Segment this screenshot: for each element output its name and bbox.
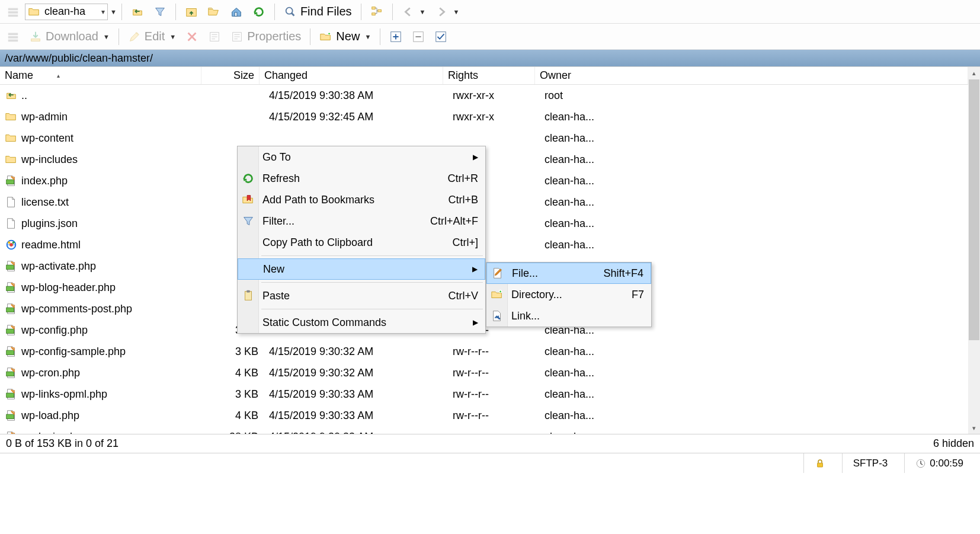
encryption-indicator[interactable] [803,453,836,473]
file-owner: clean-ha... [540,111,968,123]
file-row[interactable]: license.txt 20 clean-ha... [0,191,980,213]
parent-dir-button[interactable] [127,3,148,21]
protocol-indicator: SFTP-3 [842,453,899,473]
edit-button[interactable]: Edit ▼ [124,27,180,46]
select-plus-button[interactable] [385,28,406,46]
html-icon [5,238,18,251]
file-row[interactable]: wp-content clean-ha... [0,127,980,149]
toolbar-actions: Download ▼ Edit ▼ Properties New ▼ [0,24,980,50]
ctx-custom-commands[interactable]: Static Custom Commands▶ [238,312,485,333]
select-check-button[interactable] [430,28,451,46]
file-owner: clean-ha... [540,175,968,187]
sync-browse-button[interactable] [366,3,387,21]
header-name[interactable]: Name▴ [0,67,201,84]
bookmark-icon [241,193,255,207]
svg-rect-24 [8,11,18,14]
file-row[interactable]: wp-load.php 4 KB 4/15/2019 9:30:33 AM rw… [0,405,980,426]
open-dir-button[interactable] [203,3,225,21]
ctx-goto[interactable]: Go To▶ [238,146,485,168]
scroll-down-icon[interactable]: ▾ [968,422,980,434]
file-row[interactable]: wp-login.php 38 KB 4/15/2019 9:30:33 AM … [0,426,980,434]
rename-button[interactable] [204,28,225,46]
file-row[interactable]: index.php clean-ha... [0,170,980,191]
ctx-bookmark[interactable]: Add Path to BookmarksCtrl+B [238,189,485,210]
new-button[interactable]: New ▼ [315,27,375,46]
ctx-new-directory[interactable]: Directory...F7 [486,284,651,305]
file-row[interactable]: wp-cron.php 4 KB 4/15/2019 9:30:32 AM rw… [0,362,980,383]
path-bar[interactable]: /var/www/public/clean-hamster/ [0,50,980,66]
download-label: Download [46,30,98,43]
php-icon [5,388,18,401]
filter-button[interactable] [149,3,171,21]
file-changed: 4/15/2019 9:32:45 AM [264,111,448,123]
file-changed: 4/15/2019 9:30:32 AM [264,367,448,379]
file-name: .. [21,89,27,102]
file-row[interactable]: plugins.json clean-ha... [0,213,980,234]
file-changed: 4/15/2019 9:30:33 AM [264,410,448,422]
file-name: wp-blog-header.php [21,282,116,294]
select-minus-button[interactable] [408,28,429,46]
file-list[interactable]: .. 4/15/2019 9:30:38 AM rwxr-xr-x root w… [0,85,980,434]
selection-text: 0 B of 153 KB in 0 of 21 [6,437,119,450]
properties-button[interactable]: Properties [226,27,305,46]
queue-icon [2,3,24,21]
file-rights: rw-r--r-- [448,410,540,422]
status-bar-connection: SFTP-3 0:00:59 [0,453,980,473]
svg-rect-25 [8,14,18,17]
nav-back-button[interactable]: ▼ [398,3,430,21]
column-headers: Name▴ Size Changed Rights Owner [0,67,980,85]
file-changed: 4/15/2019 9:30:38 AM [264,89,448,102]
queue2-icon [2,28,24,46]
up-icon [5,89,18,102]
folder-icon [5,153,18,166]
file-owner: clean-ha... [540,388,968,401]
find-files-label: Find Files [300,5,352,18]
svg-rect-26 [8,33,18,35]
file-row[interactable]: .. 4/15/2019 9:30:38 AM rwxr-xr-x root [0,85,980,106]
ctx-refresh[interactable]: RefreshCtrl+R [238,168,485,189]
file-row[interactable]: wp-admin 4/15/2019 9:32:45 AM rwxr-xr-x … [0,106,980,127]
ctx-new[interactable]: New▶ [238,258,485,280]
find-files-button[interactable]: Find Files [280,2,356,21]
scroll-thumb[interactable] [969,79,979,340]
php-icon [5,281,18,294]
scroll-up-icon[interactable]: ▴ [968,67,980,79]
ctx-filter[interactable]: Filter...Ctrl+Alt+F [238,210,485,232]
home-button[interactable] [226,3,247,21]
address-history-button[interactable]: ▼ [110,8,117,15]
delete-button[interactable] [181,28,203,46]
svg-rect-27 [8,36,18,39]
file-row[interactable]: wp-links-opml.php 3 KB 4/15/2019 9:30:33… [0,383,980,405]
header-owner[interactable]: Owner [535,67,968,84]
header-size[interactable]: Size [201,67,260,84]
file-name: wp-content [21,132,73,145]
php-icon [5,324,18,337]
root-button[interactable] [181,3,202,21]
file-row[interactable]: readme.html 8 clean-ha... [0,234,980,255]
path-text: /var/www/public/clean-hamster/ [5,52,153,65]
nav-forward-button[interactable]: ▼ [431,3,463,21]
file-name: wp-load.php [21,410,79,422]
ctx-new-link[interactable]: Link... [486,305,651,327]
file-row[interactable]: wp-includes clean-ha... [0,149,980,170]
file-rights: rw-r--r-- [448,431,540,434]
file-owner: clean-ha... [540,410,968,422]
scrollbar[interactable]: ▴ ▾ [968,67,980,434]
file-name: wp-config.php [21,324,88,337]
ctx-copy-path[interactable]: Copy Path to ClipboardCtrl+] [238,232,485,253]
refresh-button[interactable] [248,3,270,21]
download-button[interactable]: Download ▼ [25,27,114,46]
chevron-right-icon: ▶ [473,318,478,327]
header-changed[interactable]: Changed [260,67,443,84]
file-size: 3 KB [206,388,264,401]
new-file-icon [491,266,505,280]
file-row[interactable]: wp-config-sample.php 3 KB 4/15/2019 9:30… [0,341,980,362]
header-rights[interactable]: Rights [443,67,535,84]
address-combo[interactable]: clean-ha ▾ [25,4,108,20]
ctx-paste[interactable]: PasteCtrl+V [238,285,485,306]
file-size: 38 KB [206,431,264,434]
php-icon [5,409,18,422]
ctx-new-file[interactable]: File...Shift+F4 [486,263,651,284]
php-icon [5,430,18,434]
dropdown-icon[interactable]: ▾ [101,8,105,16]
